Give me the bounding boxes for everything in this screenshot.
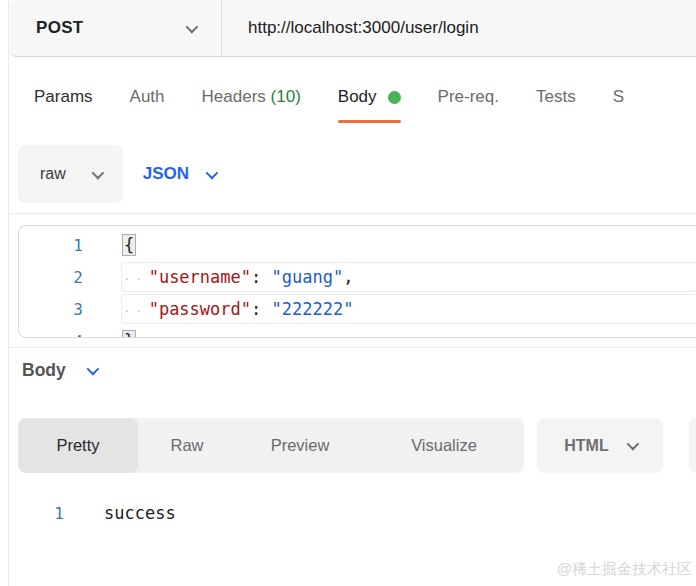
- editor-line: 1 {: [19, 229, 696, 261]
- language-label: JSON: [143, 164, 189, 184]
- response-body-dropdown[interactable]: Body: [22, 360, 96, 381]
- chevron-down-icon: [91, 166, 104, 179]
- line-number: 1: [0, 504, 64, 523]
- body-mode-dropdown[interactable]: raw: [18, 145, 123, 203]
- tab-pre-request[interactable]: Pre-req.: [438, 62, 499, 129]
- editor-line: 2 ··"username": "guang",: [19, 261, 696, 293]
- body-type-row: raw JSON: [18, 145, 215, 203]
- json-key-token: "password": [149, 299, 251, 319]
- response-view-toolbar: Pretty Raw Preview Visualize HTML: [18, 418, 696, 473]
- response-format-dropdown[interactable]: HTML: [537, 418, 663, 473]
- body-mode-label: raw: [40, 165, 66, 183]
- response-tab-raw[interactable]: Raw: [138, 418, 236, 473]
- whitespace-dots: ··: [123, 271, 147, 286]
- line-number: 3: [19, 300, 83, 319]
- response-text: success: [104, 503, 176, 523]
- tab-body[interactable]: Body: [338, 62, 401, 129]
- tab-params[interactable]: Params: [34, 62, 93, 129]
- line-number: 4: [19, 332, 83, 339]
- line-number: 2: [19, 268, 83, 287]
- response-tab-preview[interactable]: Preview: [236, 418, 364, 473]
- url-input[interactable]: http://localhost:3000/user/login: [222, 0, 696, 56]
- divider: [9, 347, 696, 348]
- request-bar: POST http://localhost:3000/user/login: [10, 0, 696, 57]
- response-section-label: Body: [22, 360, 66, 381]
- clipped-button[interactable]: [689, 418, 696, 473]
- tab-auth[interactable]: Auth: [130, 62, 165, 129]
- json-value-token: "guang": [272, 267, 344, 287]
- response-format-label: HTML: [564, 437, 608, 455]
- close-brace-token: }: [123, 331, 135, 338]
- request-body-editor[interactable]: 1 { 2 ··"username": "guang", 3 ··"passwo…: [18, 225, 696, 338]
- line-number: 1: [19, 236, 83, 255]
- chevron-down-icon: [626, 438, 639, 451]
- watermark: @稀土掘金技术社区: [557, 560, 692, 579]
- request-tabs: Params Auth Headers (10) Body Pre-req. T…: [10, 58, 696, 133]
- tab-tests[interactable]: Tests: [536, 62, 576, 129]
- tab-headers[interactable]: Headers (10): [202, 62, 301, 129]
- editor-line: 4 }: [19, 325, 696, 338]
- method-label: POST: [36, 18, 84, 38]
- headers-count-badge: (10): [271, 87, 301, 106]
- whitespace-dots: ··: [123, 303, 147, 318]
- chevron-down-icon: [186, 20, 199, 33]
- method-dropdown[interactable]: POST: [10, 0, 222, 56]
- response-tab-visualize[interactable]: Visualize: [364, 418, 524, 473]
- active-tab-underline: [338, 120, 401, 123]
- body-content-dot-icon: [388, 91, 401, 104]
- tab-settings-partial[interactable]: S: [613, 62, 624, 129]
- response-line: 1 success: [0, 498, 696, 528]
- editor-line: 3 ··"password": "222222": [19, 293, 696, 325]
- chevron-down-icon: [206, 166, 219, 179]
- chevron-down-icon: [86, 363, 99, 376]
- json-value-token: "222222": [272, 299, 354, 319]
- url-text: http://localhost:3000/user/login: [248, 18, 479, 38]
- divider: [9, 213, 696, 214]
- json-key-token: "username": [149, 267, 251, 287]
- response-view-segmented-control: Pretty Raw Preview Visualize: [18, 418, 524, 473]
- language-dropdown[interactable]: JSON: [143, 164, 215, 184]
- open-brace-token: {: [123, 235, 135, 255]
- response-body-viewer[interactable]: 1 success: [0, 498, 696, 528]
- response-tab-pretty[interactable]: Pretty: [18, 418, 138, 473]
